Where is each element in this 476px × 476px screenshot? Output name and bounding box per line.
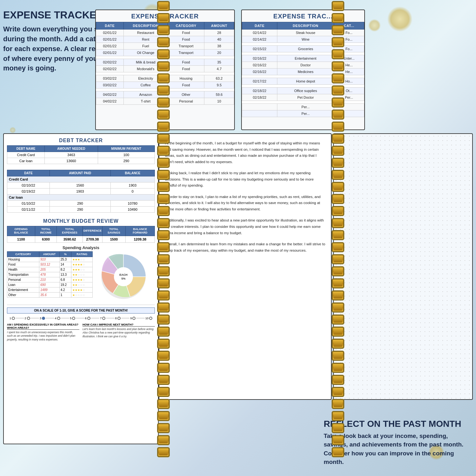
spending-row: Personal2106.8★★★★☆ bbox=[7, 277, 93, 282]
spiral-ring bbox=[157, 158, 170, 168]
table-cell: 02/02/22 bbox=[96, 66, 124, 72]
scale-dot-10[interactable] bbox=[149, 317, 152, 320]
spiral-ring bbox=[332, 411, 344, 421]
spiral-ring bbox=[157, 61, 170, 71]
table-cell: 02/11/22 bbox=[7, 207, 50, 213]
spend-col-rating: RATING bbox=[71, 251, 93, 257]
spiral-ring bbox=[157, 254, 170, 264]
journal-para-1: At the beginning of the month, I set a b… bbox=[165, 140, 325, 165]
scale-line-2 bbox=[31, 318, 39, 318]
spiral-ring bbox=[332, 73, 344, 83]
spiral-ring bbox=[332, 278, 344, 288]
table-cell: 02/17/22 bbox=[242, 78, 277, 85]
debt-detail-table: DATE AMOUNT PAID BALANCE Credit Card02/1… bbox=[7, 170, 155, 213]
spending-cell: Entertainment bbox=[7, 287, 39, 292]
scale-dot-8[interactable] bbox=[117, 317, 121, 320]
col-cat-1: CATEGORY bbox=[168, 22, 204, 30]
journal-para-4: Additionally, I was excited to hear abou… bbox=[165, 217, 325, 236]
spiral-ring bbox=[157, 97, 170, 108]
spiral-ring bbox=[332, 290, 344, 301]
table-cell: 02/19/22 bbox=[7, 188, 50, 195]
spending-cell: Personal bbox=[7, 277, 39, 282]
debt-section-header: Credit Card bbox=[7, 176, 155, 182]
table-cell: 10780 bbox=[110, 201, 155, 207]
spending-cell: ★★☆☆☆ bbox=[71, 272, 93, 277]
table-cell: 290 bbox=[98, 158, 155, 164]
spiral-ring bbox=[332, 242, 344, 252]
spending-analysis-container: CATEGORY AMOUNT % RATING Housing91025.3★… bbox=[7, 251, 155, 302]
spending-cell: 690 bbox=[39, 282, 59, 287]
table-cell: 1903 bbox=[50, 188, 110, 195]
spiral-ring bbox=[157, 327, 170, 337]
scale-dot-7[interactable] bbox=[102, 317, 105, 320]
spiral-ring bbox=[332, 182, 344, 192]
journal-para-2: Looking back, I realize that I didn't st… bbox=[165, 170, 325, 189]
table-cell: Per... bbox=[277, 104, 334, 110]
table-cell: Food bbox=[168, 36, 204, 43]
spiral-ring bbox=[332, 61, 344, 71]
spiral-ring bbox=[332, 363, 344, 373]
budget-review-section: MONTHLY BUDGET REVIEW OPENING BALANCETOT… bbox=[4, 215, 158, 345]
table-cell: Transport bbox=[168, 43, 204, 50]
spiral-ring bbox=[332, 387, 344, 397]
budget-value-cell: 1209.38 bbox=[125, 236, 155, 242]
table-cell: 35 bbox=[204, 59, 234, 66]
table-cell: 1560 bbox=[50, 182, 110, 188]
table-cell: 02/15/22 bbox=[242, 46, 277, 52]
spiral-ring bbox=[157, 85, 170, 96]
table-cell: 0 bbox=[110, 188, 155, 195]
debt-detail-row: 01/10/2229010780 bbox=[7, 201, 155, 207]
table-cell: Food bbox=[168, 82, 204, 89]
svg-text:5%: 5% bbox=[121, 277, 125, 280]
debt-summary-table: DEBT NAME AMOUNT NEEDED MINIMUM PAYMENT … bbox=[7, 145, 155, 164]
spending-cell: Food bbox=[7, 262, 39, 267]
spiral-ring bbox=[332, 266, 344, 276]
spiral-ring bbox=[332, 158, 344, 168]
spiral-ring bbox=[332, 206, 344, 216]
scale-dot-4[interactable] bbox=[57, 317, 60, 320]
debt-detail-row: 02/19/2219030 bbox=[7, 188, 155, 195]
budget-value-cell: 1100 bbox=[7, 236, 35, 242]
table-cell: 3463 bbox=[45, 152, 98, 158]
scale-dot-9[interactable] bbox=[132, 317, 136, 320]
spiral-ring bbox=[332, 399, 344, 409]
table-cell: 100 bbox=[98, 152, 155, 158]
bottom-left-page: DEBT TRACKER DEBT NAME AMOUNT NEEDED MIN… bbox=[3, 133, 159, 444]
table-cell: 02/14/22 bbox=[242, 30, 277, 36]
spiral-ring bbox=[332, 97, 344, 108]
table-cell: 02/18/22 bbox=[242, 88, 277, 94]
budget-col-header: DIFFERENCE bbox=[83, 226, 102, 236]
journal-page: At the beginning of the month, I set a b… bbox=[159, 133, 332, 400]
spending-cell: ★★★★☆ bbox=[71, 287, 93, 292]
spending-cell: 14 bbox=[59, 262, 71, 267]
spiral-ring bbox=[157, 242, 170, 252]
question-1-answer: I spent too much on unnecessary expenses… bbox=[7, 331, 79, 342]
spiral-ring bbox=[157, 122, 170, 132]
spiral-ring bbox=[332, 218, 344, 228]
spending-row: Other35.61★☆☆☆☆ bbox=[7, 292, 93, 297]
scale-dot-1[interactable] bbox=[12, 317, 15, 320]
debt-detail-date: DATE bbox=[7, 170, 50, 176]
budget-col-header: TOTAL SAVINGS bbox=[102, 226, 126, 236]
spiral-ring bbox=[157, 37, 170, 47]
table-cell: 13660 bbox=[45, 158, 98, 164]
spiral-ring bbox=[332, 435, 344, 445]
table-cell: Personal bbox=[168, 98, 204, 105]
scale-dot-5[interactable] bbox=[72, 317, 75, 320]
spending-analysis-title: Spending Analysis bbox=[7, 245, 155, 250]
table-cell: 03/02/22 bbox=[96, 82, 124, 89]
scale-dot-2[interactable] bbox=[27, 317, 30, 320]
spiral-ring bbox=[332, 122, 344, 132]
spiral-ring bbox=[157, 109, 170, 120]
scale-dot-3-active[interactable] bbox=[42, 317, 45, 320]
debt-col-min: MINIMUM PAYMENT bbox=[98, 146, 155, 152]
spending-cell: 210 bbox=[39, 277, 59, 282]
table-cell: 04/02/22 bbox=[96, 91, 124, 98]
scale-num-5: 5 bbox=[70, 317, 71, 320]
scale-num-4: 4 bbox=[55, 317, 56, 320]
spiral-ring bbox=[157, 13, 170, 23]
col-desc-2: DESCRIPTION bbox=[277, 22, 334, 30]
scale-dot-6[interactable] bbox=[87, 317, 90, 320]
spiral-ring bbox=[332, 327, 344, 337]
spending-cell: 13.3 bbox=[59, 272, 71, 277]
